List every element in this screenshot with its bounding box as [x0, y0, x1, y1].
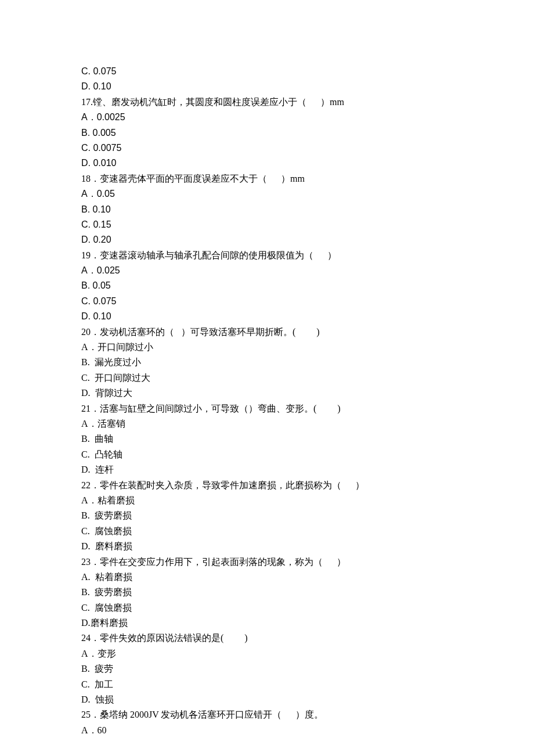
text-line: 18．变速器壳体平面的平面度误差应不大于（ ）mm: [81, 171, 453, 186]
text-line: B. 疲劳磨损: [81, 585, 453, 600]
text-line: B. 疲劳磨损: [81, 508, 453, 523]
text-line: 19．变速器滚动轴承与轴承孔配合间隙的使用极限值为（ ）: [81, 248, 453, 263]
text-line: A．粘着磨损: [81, 493, 453, 508]
text-line: C. 腐蚀磨损: [81, 600, 453, 615]
text-line: B. 疲劳: [81, 661, 453, 676]
text-line: D. 0.20: [81, 232, 453, 247]
text-line: A．0.025: [81, 263, 453, 278]
document-content: C. 0.075D. 0.1017.镗、磨发动机汽缸时，其圆度和圆柱度误差应小于…: [81, 64, 453, 738]
text-line: 23．零件在交变应力作用下，引起表面剥落的现象，称为（ ）: [81, 555, 453, 570]
text-line: C. 0.15: [81, 217, 453, 232]
text-line: D. 蚀损: [81, 692, 453, 707]
text-line: A．开口间隙过小: [81, 340, 453, 355]
text-line: C. 加工: [81, 677, 453, 692]
text-line: 17.镗、磨发动机汽缸时，其圆度和圆柱度误差应小于（ ）mm: [81, 95, 453, 110]
text-line: 25．桑塔纳 2000JV 发动机各活塞环开口应错开（ ）度。: [81, 707, 453, 722]
text-line: A．60: [81, 723, 453, 738]
text-line: 24．零件失效的原因说法错误的是( ): [81, 631, 453, 646]
text-line: B. 0.10: [81, 202, 453, 217]
text-line: A. 粘着磨损: [81, 570, 453, 585]
text-line: C. 0.075: [81, 64, 453, 79]
text-line: D.磨料磨损: [81, 615, 453, 631]
text-line: A．活塞销: [81, 416, 453, 431]
text-line: D. 0.10: [81, 309, 453, 324]
text-line: D. 背隙过大: [81, 386, 453, 401]
text-line: D. 连杆: [81, 462, 453, 477]
text-line: 21．活塞与缸壁之间间隙过小，可导致（）弯曲、变形。( ): [81, 401, 453, 416]
text-line: A．0.05: [81, 186, 453, 201]
text-line: C. 0.0075: [81, 141, 453, 156]
text-line: B. 0.05: [81, 278, 453, 293]
text-line: C. 腐蚀磨损: [81, 524, 453, 539]
text-line: B. 0.005: [81, 125, 453, 141]
text-line: B. 漏光度过小: [81, 355, 453, 370]
document-page: C. 0.075D. 0.1017.镗、磨发动机汽缸时，其圆度和圆柱度误差应小于…: [0, 0, 534, 756]
text-line: C. 开口间隙过大: [81, 370, 453, 386]
text-line: C. 0.075: [81, 294, 453, 309]
text-line: A．0.0025: [81, 110, 453, 125]
text-line: D. 0.10: [81, 79, 453, 94]
text-line: D. 0.010: [81, 156, 453, 171]
text-line: D. 磨料磨损: [81, 539, 453, 554]
text-line: 22．零件在装配时夹入杂质，导致零件加速磨损，此磨损称为（ ）: [81, 478, 453, 493]
text-line: B. 曲轴: [81, 431, 453, 447]
text-line: 20．发动机活塞环的（ ）可导致活塞环早期折断。( ): [81, 325, 453, 340]
text-line: A．变形: [81, 646, 453, 661]
text-line: C. 凸轮轴: [81, 447, 453, 462]
